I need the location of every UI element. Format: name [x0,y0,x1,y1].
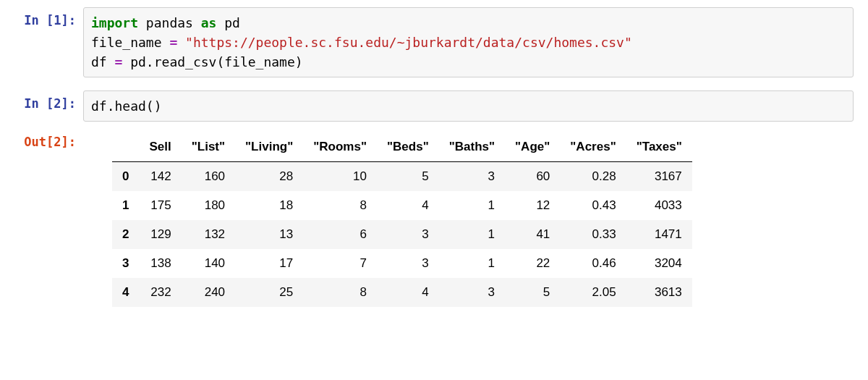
col-header: "List" [182,132,235,162]
col-header: "Taxes" [626,132,692,162]
var-df: df [91,54,115,69]
cell: 160 [182,162,235,192]
cell: 129 [139,220,181,249]
row-index: 0 [112,162,139,192]
input-prompt-1: In [1]: [14,7,83,30]
cell: 3204 [626,249,692,278]
cell: 1 [439,220,505,249]
cell: 60 [505,162,560,192]
cell: 4 [377,278,439,307]
string-url: "https://people.sc.fsu.edu/~jburkardt/da… [177,35,632,50]
col-header: "Acres" [560,132,626,162]
cell: 4033 [626,191,692,220]
table-body: 0 142 160 28 10 5 3 60 0.28 3167 1 175 1… [112,162,692,308]
col-header: "Living" [235,132,303,162]
col-header: Sell [139,132,181,162]
cell: 240 [182,278,235,307]
cell: 3 [377,249,439,278]
assign-op: = [169,35,177,50]
cell: 5 [505,278,560,307]
assign-op: = [115,54,123,69]
row-index: 3 [112,249,139,278]
alias-name: pd [216,15,240,30]
cell: 22 [505,249,560,278]
cell: 4 [377,191,439,220]
table-row: 0 142 160 28 10 5 3 60 0.28 3167 [112,162,692,192]
cell: 10 [303,162,377,192]
code-input-1[interactable]: import pandas as pd file_name = "https:/… [83,7,854,77]
cell: 1 [439,191,505,220]
table-header: Sell "List" "Living" "Rooms" "Beds" "Bat… [112,132,692,162]
cell: 41 [505,220,560,249]
cell: 28 [235,162,303,192]
cell: 232 [139,278,181,307]
cell: 180 [182,191,235,220]
col-header: "Age" [505,132,560,162]
dataframe-table: Sell "List" "Living" "Rooms" "Beds" "Bat… [112,132,692,307]
table-row: 2 129 132 13 6 3 1 41 0.33 1471 [112,220,692,249]
cell: 0.46 [560,249,626,278]
cell: 6 [303,220,377,249]
col-header: "Baths" [439,132,505,162]
cell: 1471 [626,220,692,249]
cell: 140 [182,249,235,278]
keyword-import: import [91,15,138,30]
cell: 175 [139,191,181,220]
cell: 142 [139,162,181,192]
cell: 0.28 [560,162,626,192]
row-index: 2 [112,220,139,249]
col-header: "Rooms" [303,132,377,162]
cell: 3 [439,278,505,307]
code-cell-2: In [2]: df.head() [14,90,854,122]
cell: 8 [303,191,377,220]
cell: 18 [235,191,303,220]
cell: 17 [235,249,303,278]
cell: 1 [439,249,505,278]
module-name: pandas [138,15,201,30]
table-row: 1 175 180 18 8 4 1 12 0.43 4033 [112,191,692,220]
cell: 25 [235,278,303,307]
col-header: "Beds" [377,132,439,162]
output-cell-2: Out[2]: Sell "List" "Living" "Rooms" "Be… [14,129,854,311]
cell: 132 [182,220,235,249]
cell: 13 [235,220,303,249]
cell: 3167 [626,162,692,192]
cell: 2.05 [560,278,626,307]
cell: 3613 [626,278,692,307]
header-row: Sell "List" "Living" "Rooms" "Beds" "Bat… [112,132,692,162]
keyword-as: as [201,15,217,30]
input-prompt-2: In [2]: [14,90,83,113]
row-index: 1 [112,191,139,220]
code-input-2[interactable]: df.head() [83,90,854,122]
df-head-call: df.head() [91,98,162,114]
var-file-name: file_name [91,35,169,50]
table-row: 3 138 140 17 7 3 1 22 0.46 3204 [112,249,692,278]
index-header [112,132,139,162]
table-row: 4 232 240 25 8 4 3 5 2.05 3613 [112,278,692,307]
cell: 12 [505,191,560,220]
cell: 0.43 [560,191,626,220]
output-prompt-2: Out[2]: [14,129,83,151]
cell: 0.33 [560,220,626,249]
code-cell-1: In [1]: import pandas as pd file_name = … [14,7,854,77]
row-index: 4 [112,278,139,307]
cell: 3 [377,220,439,249]
cell: 8 [303,278,377,307]
read-csv-call: pd.read_csv(file_name) [122,54,302,69]
cell: 3 [439,162,505,192]
cell: 138 [139,249,181,278]
cell: 5 [377,162,439,192]
cell: 7 [303,249,377,278]
output-area-2: Sell "List" "Living" "Rooms" "Beds" "Bat… [83,129,854,311]
